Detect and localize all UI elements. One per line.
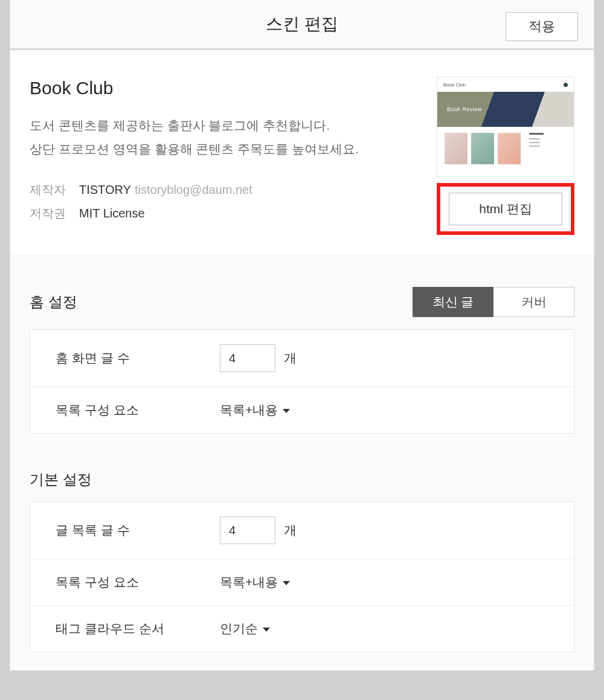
home-post-count-row: 홈 화면 글 수 개 bbox=[30, 330, 574, 387]
preview-line bbox=[529, 146, 540, 147]
preview-avatar-icon bbox=[564, 83, 568, 87]
skin-preview-thumbnail: Book Club Book Review bbox=[437, 77, 574, 177]
basic-list-component-dropdown[interactable]: 목록+내용 bbox=[220, 574, 290, 591]
list-count-label: 글 목록 글 수 bbox=[56, 522, 220, 539]
license-label: 저작권 bbox=[30, 202, 79, 225]
preview-column: Book Club Book Review bbox=[437, 77, 574, 235]
skin-info-section: Book Club 도서 콘텐츠를 제공하는 출판사 블로그에 추천합니다. 상… bbox=[10, 50, 594, 254]
home-list-component-value: 목록+내용 bbox=[220, 402, 278, 419]
tag-order-label: 태그 클라우드 순서 bbox=[56, 620, 220, 637]
basic-list-component-control: 목록+내용 bbox=[220, 574, 290, 591]
maker-email: tistoryblog@daum.net bbox=[135, 183, 252, 196]
html-edit-button[interactable]: html 편집 bbox=[449, 193, 562, 225]
home-settings-title: 홈 설정 bbox=[30, 292, 77, 312]
preview-card bbox=[471, 133, 494, 164]
preview-card bbox=[498, 133, 521, 164]
preview-topbar: Book Club bbox=[437, 77, 574, 92]
list-count-unit: 개 bbox=[284, 522, 297, 539]
basic-settings-title: 기본 설정 bbox=[30, 470, 574, 489]
list-count-row: 글 목록 글 수 개 bbox=[30, 502, 574, 559]
home-post-count-unit: 개 bbox=[284, 350, 297, 367]
page-title: 스킨 편집 bbox=[266, 13, 338, 36]
caret-down-icon bbox=[283, 409, 290, 413]
basic-list-component-label: 목록 구성 요소 bbox=[56, 574, 220, 591]
home-list-component-row: 목록 구성 요소 목록+내용 bbox=[30, 387, 574, 433]
maker-label: 제작자 bbox=[30, 178, 79, 202]
preview-hero-text: Book Review bbox=[447, 106, 482, 112]
home-settings-section: 홈 설정 최신 글 커버 홈 화면 글 수 개 목록 구성 요소 목록+내용 bbox=[10, 254, 594, 452]
preview-line bbox=[529, 133, 544, 135]
basic-list-component-value: 목록+내용 bbox=[220, 574, 278, 591]
highlight-annotation: html 편집 bbox=[437, 183, 574, 235]
home-tabs: 최신 글 커버 bbox=[413, 287, 574, 317]
apply-button[interactable]: 적용 bbox=[506, 12, 578, 41]
tag-order-value: 인기순 bbox=[220, 620, 258, 637]
tab-cover[interactable]: 커버 bbox=[493, 287, 574, 317]
preview-line bbox=[529, 142, 540, 143]
maker-name: TISTORY bbox=[79, 183, 131, 196]
preview-line bbox=[529, 138, 540, 140]
preview-logo: Book Club bbox=[443, 82, 466, 88]
home-list-component-control: 목록+내용 bbox=[220, 402, 290, 419]
tab-latest[interactable]: 최신 글 bbox=[413, 287, 493, 317]
home-list-component-label: 목록 구성 요소 bbox=[56, 402, 220, 419]
preview-card bbox=[445, 133, 467, 164]
tag-order-control: 인기순 bbox=[220, 620, 270, 637]
tag-order-row: 태그 클라우드 순서 인기순 bbox=[30, 606, 574, 652]
basic-list-component-row: 목록 구성 요소 목록+내용 bbox=[30, 559, 574, 606]
basic-settings-section: 기본 설정 글 목록 글 수 개 목록 구성 요소 목록+내용 bbox=[10, 452, 594, 670]
license-value: MIT License bbox=[79, 202, 145, 225]
preview-sidebar bbox=[524, 133, 567, 164]
page-header: 스킨 편집 적용 bbox=[10, 0, 594, 50]
caret-down-icon bbox=[263, 628, 270, 632]
main-panel: 스킨 편집 적용 Book Club 도서 콘텐츠를 제공하는 출판사 블로그에… bbox=[10, 0, 594, 670]
list-count-input[interactable] bbox=[220, 516, 275, 544]
maker-value: TISTORYtistoryblog@daum.net bbox=[79, 178, 252, 202]
home-settings-head: 홈 설정 최신 글 커버 bbox=[30, 287, 574, 317]
home-list-component-dropdown[interactable]: 목록+내용 bbox=[220, 402, 290, 419]
preview-body bbox=[437, 127, 574, 170]
home-post-count-input[interactable] bbox=[220, 344, 275, 372]
tag-order-dropdown[interactable]: 인기순 bbox=[220, 620, 270, 637]
preview-hero: Book Review bbox=[437, 92, 574, 127]
caret-down-icon bbox=[283, 581, 290, 585]
home-settings-box: 홈 화면 글 수 개 목록 구성 요소 목록+내용 bbox=[30, 329, 574, 434]
basic-settings-box: 글 목록 글 수 개 목록 구성 요소 목록+내용 태그 클라우드 순서 bbox=[30, 501, 574, 652]
home-post-count-control: 개 bbox=[220, 344, 297, 372]
home-post-count-label: 홈 화면 글 수 bbox=[56, 350, 220, 367]
list-count-control: 개 bbox=[220, 516, 297, 544]
